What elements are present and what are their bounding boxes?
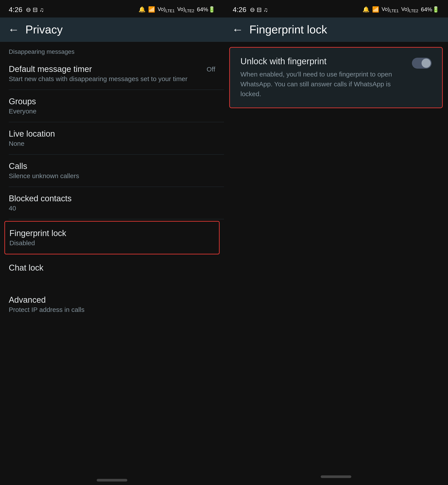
signal-text2-right: Vo)LTE2 xyxy=(401,6,418,13)
settings-item-advanced[interactable]: Advanced Protect IP address in calls xyxy=(0,288,224,321)
fingerprint-lock-panel: 4:26 ⊖ ⊟ ♫ 🔔 📶 Vo)LTE1 Vo)LTE2 64%🔋 ← Fi… xyxy=(224,0,448,485)
fingerprint-toolbar: ← Fingerprint lock xyxy=(224,17,448,41)
alarm-icon: 🔔 xyxy=(138,6,145,13)
status-time-right: 4:26 xyxy=(233,6,246,14)
spacer-1 xyxy=(0,280,224,288)
item-title-default-message-timer: Default message timer xyxy=(9,64,92,74)
status-icons-left-right: ⊖ ⊟ ♫ xyxy=(250,6,268,13)
status-left: 4:26 ⊖ ⊟ ♫ xyxy=(9,6,44,14)
item-title-blocked-contacts: Blocked contacts xyxy=(9,194,215,203)
signal-text2-left: Vo)LTE2 xyxy=(177,6,194,13)
status-bar-right: 4:26 ⊖ ⊟ ♫ 🔔 📶 Vo)LTE1 Vo)LTE2 64%🔋 xyxy=(224,0,448,17)
toggle-title: Unlock with fingerprint xyxy=(240,56,403,66)
item-title-live-location: Live location xyxy=(9,129,215,139)
settings-item-groups[interactable]: Groups Everyone xyxy=(0,90,224,122)
privacy-panel: 4:26 ⊖ ⊟ ♫ 🔔 📶 Vo)LTE1 Vo)LTE2 64%🔋 ← Pr… xyxy=(0,0,224,485)
unlock-fingerprint-item[interactable]: Unlock with fingerprint When enabled, yo… xyxy=(229,47,443,108)
fingerprint-content: Unlock with fingerprint When enabled, yo… xyxy=(224,42,448,113)
back-button-right[interactable]: ← xyxy=(232,23,243,36)
settings-item-live-location[interactable]: Live location None xyxy=(0,122,224,154)
scroll-indicator-right xyxy=(321,475,351,478)
battery-left: 64%🔋 xyxy=(197,6,215,13)
wifi-icon-right: 📶 xyxy=(372,6,379,13)
signal-text-left: Vo)LTE1 xyxy=(158,6,175,13)
status-right-left: 🔔 📶 Vo)LTE1 Vo)LTE2 64%🔋 xyxy=(138,6,215,13)
wifi-icon: 📶 xyxy=(148,6,155,13)
privacy-settings-list: Disappearing messages Default message ti… xyxy=(0,42,224,475)
item-subtitle-fingerprint-lock: Disabled xyxy=(9,239,215,247)
toggle-content: Unlock with fingerprint When enabled, yo… xyxy=(240,56,403,99)
settings-item-default-message-timer[interactable]: Default message timer Off Start new chat… xyxy=(0,57,224,90)
item-subtitle-default-message-timer: Start new chats with disappearing messag… xyxy=(9,75,215,83)
item-subtitle-groups: Everyone xyxy=(9,108,215,115)
status-icons-left-left: ⊖ ⊟ ♫ xyxy=(26,6,44,13)
item-subtitle-advanced: Protect IP address in calls xyxy=(9,306,215,313)
fingerprint-toggle-switch[interactable] xyxy=(412,58,432,69)
settings-item-calls[interactable]: Calls Silence unknown callers xyxy=(0,155,224,187)
fingerprint-title: Fingerprint lock xyxy=(249,23,327,36)
item-title-groups: Groups xyxy=(9,97,215,106)
status-right-right: 🔔 📶 Vo)LTE1 Vo)LTE2 64%🔋 xyxy=(362,6,439,13)
status-left-right: 4:26 ⊖ ⊟ ♫ xyxy=(233,6,268,14)
item-title-chat-lock: Chat lock xyxy=(9,263,215,273)
item-subtitle-calls: Silence unknown callers xyxy=(9,172,215,180)
item-subtitle-live-location: None xyxy=(9,140,215,147)
divider-5 xyxy=(9,219,224,219)
battery-right: 64%🔋 xyxy=(421,6,439,13)
item-subtitle-blocked-contacts: 40 xyxy=(9,204,215,212)
settings-item-fingerprint-lock[interactable]: Fingerprint lock Disabled xyxy=(4,221,220,254)
item-title-calls: Calls xyxy=(9,162,215,171)
item-title-advanced: Advanced xyxy=(9,295,215,305)
item-value-default-message-timer: Off xyxy=(207,66,215,73)
signal-text-right: Vo)LTE1 xyxy=(382,6,399,13)
settings-item-blocked-contacts[interactable]: Blocked contacts 40 xyxy=(0,187,224,219)
toggle-description: When enabled, you'll need to use fingerp… xyxy=(240,69,403,99)
settings-item-chat-lock[interactable]: Chat lock xyxy=(0,256,224,280)
status-bar-left: 4:26 ⊖ ⊟ ♫ 🔔 📶 Vo)LTE1 Vo)LTE2 64%🔋 xyxy=(0,0,224,17)
alarm-icon-right: 🔔 xyxy=(362,6,369,13)
privacy-title: Privacy xyxy=(25,23,63,36)
privacy-toolbar: ← Privacy xyxy=(0,17,224,41)
item-title-fingerprint-lock: Fingerprint lock xyxy=(9,229,215,238)
status-time-left: 4:26 xyxy=(9,6,22,14)
back-button-left[interactable]: ← xyxy=(8,23,19,36)
section-header-disappearing: Disappearing messages xyxy=(0,42,224,57)
scroll-indicator-left xyxy=(97,479,127,482)
